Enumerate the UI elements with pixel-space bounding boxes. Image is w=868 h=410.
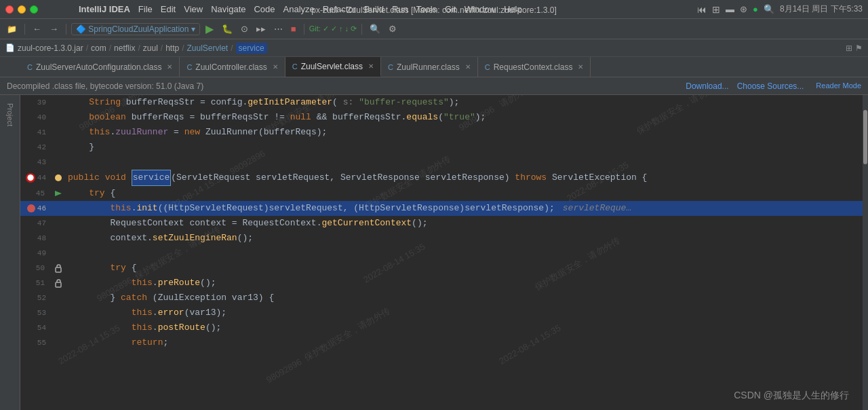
code-line-52: 52 } catch (ZuulException var13) { [20,291,863,305]
code-line-47: 47 RequestContext context = RequestConte… [20,216,863,231]
menu-navigate[interactable]: Navigate [211,4,245,14]
scrollbar-right[interactable] [863,95,868,410]
bc-netflix[interactable]: netflix [114,43,135,53]
gutter-48 [52,231,65,246]
menu-view[interactable]: View [184,4,203,14]
window-title: px-zuul – ZuulServlet.class [Maven: com.… [311,3,557,16]
line-num-44: ⬤ 44 [20,170,52,186]
forward-icon[interactable]: → [47,22,61,35]
settings-icon[interactable]: ● [753,4,758,14]
menu-code[interactable]: Code [254,4,275,14]
bc-jar[interactable]: zuul-core-1.3.0.jar [18,43,83,53]
code-editor[interactable]: 39 String bufferReqsStr = config.getInit… [20,95,863,410]
code-line-53: 53 this.error(var13); [20,305,863,320]
settings-btn[interactable]: ⚙ [386,22,399,35]
line-code-40: boolean bufferReqs = bufferReqsStr != nu… [65,110,863,125]
gutter-49 [52,246,65,261]
apps-icon[interactable]: ⊞ [712,4,720,15]
scrollbar-thumb[interactable] [863,110,867,164]
choose-sources-link[interactable]: Choose Sources... [737,81,804,91]
tab-label-1: ZuulServerAutoConfiguration.class [36,62,161,72]
line-code-41: this.zuulRunner = new ZuulRunner(bufferR… [65,125,863,140]
tab-requestcontext[interactable]: C RequestContext.class ✕ [478,57,591,77]
notification-bar: Decompiled .class file, bytecode version… [0,77,868,95]
bc-service[interactable]: service [236,43,267,54]
download-link[interactable]: Download... [686,81,728,91]
gutter-43 [52,155,65,170]
gutter-45 [52,186,65,201]
tab-close-5[interactable]: ✕ [578,63,583,71]
gutter-51 [52,276,65,291]
line-num-47: 47 [20,216,52,231]
gutter-44 [52,170,65,186]
tab-zuulserverauto[interactable]: C ZuulServerAutoConfiguration.class ✕ [20,57,180,77]
gutter-53 [52,305,65,320]
line-num-55: 55 [20,335,52,350]
line-code-45: try { [65,186,863,201]
code-line-40: 40 boolean bufferReqs = bufferReqsStr !=… [20,110,863,125]
notification-text: Decompiled .class file, bytecode version… [7,81,203,91]
tab-zuulservlet[interactable]: C ZuulServlet.class ✕ [285,57,381,77]
back-icon[interactable]: ← [30,22,44,35]
run-button[interactable]: ▶ [203,22,216,35]
menu-analyze[interactable]: Analyze [283,4,315,14]
line-num-48: 48 [20,231,52,246]
toolbar-separator-4 [361,24,362,35]
line-num-40: 40 [20,110,52,125]
coverage-button[interactable]: ⊙ [238,22,251,35]
tab-close-1[interactable]: ✕ [167,63,172,71]
search-everywhere-btn[interactable]: 🔍 [367,22,383,35]
line-num-43: 43 [20,155,52,170]
exec-arrow-45 [54,189,63,198]
notification-actions: Download... Choose Sources... Reader Mod… [686,81,861,91]
run-config-dropdown[interactable]: 🔷 SpringCloudZuulApplication ▾ [71,23,200,35]
tab-zuulcontroller[interactable]: C ZuulController.class ✕ [180,57,285,77]
tab-zuulrunner[interactable]: C ZuulRunner.class ✕ [381,57,478,77]
bc-com[interactable]: com [91,43,106,53]
tab-label-3: ZuulServlet.class [301,62,363,71]
code-line-48: 48 context.setZuulEngineRan(); [20,231,863,246]
bc-http[interactable]: http [165,43,179,53]
line-num-46: 46 [20,201,52,216]
music-icon[interactable]: ⏮ [697,4,707,15]
toolbar-right-icons: ⊞ ⚑ [846,43,863,53]
traffic-lights [5,5,38,14]
search-icon[interactable]: 🔍 [764,4,774,14]
gutter-46 [52,201,65,216]
breakpoint-46[interactable] [27,204,35,212]
maximize-button[interactable] [30,5,38,14]
structure-icon[interactable]: ⊞ [846,43,852,53]
editor-tabs: C ZuulServerAutoConfiguration.class ✕ C … [0,57,868,77]
tab-close-2[interactable]: ✕ [273,63,278,71]
bc-zuulservlet[interactable]: ZuulServlet [187,43,229,53]
line-num-50: 50 [20,261,52,276]
debug-button[interactable]: 🐛 [219,22,235,35]
bc-zuul[interactable]: zuul [143,43,158,53]
profile-button[interactable]: ▸▸ [254,22,269,35]
line-code-49 [65,246,863,261]
code-line-51: 51 this.preRoute(); [20,276,863,291]
menu-file[interactable]: File [138,4,153,14]
code-line-45: 45 try { [20,186,863,201]
left-sidebar: Project [0,95,20,410]
line-num-51: 51 [20,276,52,291]
tab-icon-3: C [292,62,298,71]
tab-label-2: ZuulController.class [195,62,267,72]
menu-app[interactable]: IntelliJ IDEA [79,4,130,14]
toolbar-separator-3 [304,24,304,35]
breadcrumb: 📄 zuul-core-1.3.0.jar / com / netflix / … [0,39,868,57]
minimize-button[interactable] [18,5,26,14]
svg-rect-1 [56,267,61,272]
tab-close-3[interactable]: ✕ [368,62,374,70]
menu-edit[interactable]: Edit [161,4,176,14]
project-icon[interactable]: 📁 [4,23,20,35]
bookmark-icon[interactable]: ⚑ [855,43,863,53]
stop-button[interactable]: ■ [288,22,299,35]
breakpoint-badge-44[interactable]: ⬤ [26,173,35,183]
reader-mode-link[interactable]: Reader Mode [816,81,861,91]
close-button[interactable] [5,5,14,14]
datetime-display: 8月14日 周日 下午5:33 [780,3,863,15]
more-run-button[interactable]: ⋯ [271,22,285,35]
code-line-49: 49 [20,246,863,261]
tab-close-4[interactable]: ✕ [465,63,471,71]
